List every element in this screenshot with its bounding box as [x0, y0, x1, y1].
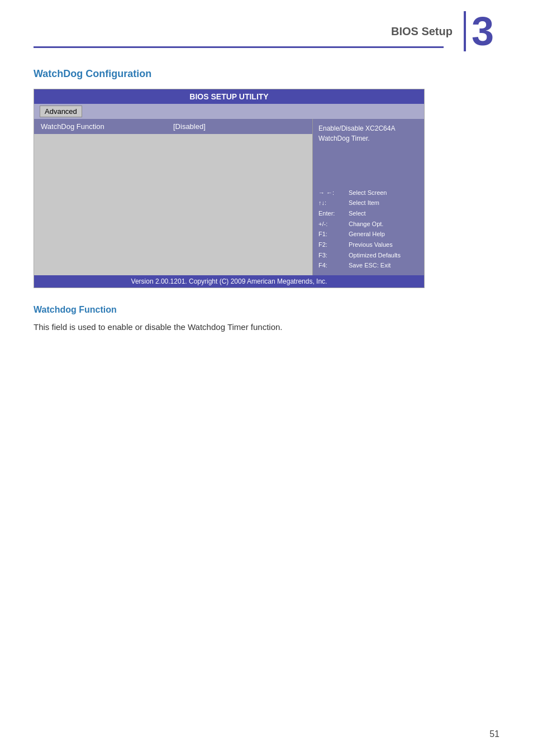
bios-row-watchdog[interactable]: WatchDog Function [Disabled]: [34, 119, 312, 134]
bios-row-value: [Disabled]: [173, 122, 306, 131]
page-number: 51: [489, 729, 499, 739]
key-label-0: → ←:: [318, 188, 346, 198]
key-row-0: → ←: Select Screen: [318, 188, 418, 198]
watchdog-function-title: Watchdog Function: [34, 305, 499, 315]
bios-key-help: → ←: Select Screen ↑↓: Select Item Enter…: [318, 188, 418, 271]
bios-content: WatchDog Function [Disabled] Enable/Disa…: [34, 119, 424, 275]
key-desc-2: Select: [349, 208, 366, 219]
key-desc-1: Select Item: [349, 198, 379, 208]
bios-row-label: WatchDog Function: [41, 122, 173, 131]
key-row-4: F1: General Help: [318, 229, 418, 240]
bios-help-text: Enable/Disable XC2C64A WatchDog Timer.: [318, 123, 418, 143]
bios-tab-bar: Advanced: [34, 104, 424, 119]
watchdog-function-description: This field is used to enable or disable …: [34, 320, 499, 334]
key-row-2: Enter: Select: [318, 208, 418, 219]
bios-version-bar: Version 2.00.1201. Copyright (C) 2009 Am…: [34, 275, 424, 288]
header-line: [34, 46, 444, 48]
bios-left-panel: WatchDog Function [Disabled]: [34, 119, 312, 275]
advanced-tab[interactable]: Advanced: [40, 106, 82, 117]
bios-utility-box: BIOS SETUP UTILITY Advanced WatchDog Fun…: [34, 89, 425, 288]
bios-title-bar: BIOS SETUP UTILITY: [34, 89, 424, 104]
key-label-6: F3:: [318, 250, 346, 261]
key-row-5: F2: Previous Values: [318, 240, 418, 250]
key-label-2: Enter:: [318, 208, 346, 219]
key-row-3: +/-: Change Opt.: [318, 219, 418, 229]
page-header: BIOS Setup 3: [34, 11, 499, 51]
chapter-number: 3: [464, 11, 494, 51]
key-desc-4: General Help: [349, 229, 385, 240]
section-title: WatchDog Configuration: [34, 68, 499, 80]
key-label-4: F1:: [318, 229, 346, 240]
key-label-7: F4:: [318, 260, 346, 271]
key-label-5: F2:: [318, 240, 346, 250]
key-row-7: F4: Save ESC: Exit: [318, 260, 418, 271]
key-row-6: F3: Optimized Defaults: [318, 250, 418, 261]
key-label-1: ↑↓:: [318, 198, 346, 208]
bios-setup-label: BIOS Setup: [391, 25, 453, 38]
bios-right-panel: Enable/Disable XC2C64A WatchDog Timer. →…: [312, 119, 424, 275]
key-desc-7: Save ESC: Exit: [349, 260, 391, 271]
key-desc-0: Select Screen: [349, 188, 387, 198]
key-desc-6: Optimized Defaults: [349, 250, 401, 261]
key-row-1: ↑↓: Select Item: [318, 198, 418, 208]
key-desc-3: Change Opt.: [349, 219, 383, 229]
key-label-3: +/-:: [318, 219, 346, 229]
key-desc-5: Previous Values: [349, 240, 393, 250]
